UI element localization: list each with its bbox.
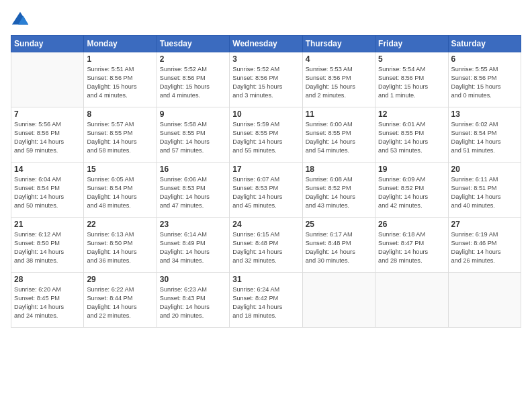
day-info: Sunrise: 6:15 AM Sunset: 8:48 PM Dayligh…	[232, 230, 299, 265]
day-info: Sunrise: 6:04 AM Sunset: 8:54 PM Dayligh…	[14, 175, 81, 210]
week-row-4: 28Sunrise: 6:20 AM Sunset: 8:45 PM Dayli…	[11, 273, 521, 328]
day-number: 24	[232, 220, 299, 229]
day-number: 10	[232, 109, 299, 119]
calendar-cell: 22Sunrise: 6:13 AM Sunset: 8:50 PM Dayli…	[84, 218, 157, 273]
calendar-cell: 9Sunrise: 5:58 AM Sunset: 8:55 PM Daylig…	[157, 107, 229, 163]
day-info: Sunrise: 6:20 AM Sunset: 8:45 PM Dayligh…	[14, 285, 81, 320]
calendar-header-row: SundayMondayTuesdayWednesdayThursdayFrid…	[11, 36, 521, 52]
main-container: SundayMondayTuesdayWednesdayThursdayFrid…	[0, 0, 532, 333]
day-number: 28	[14, 275, 81, 284]
day-number: 9	[160, 109, 226, 119]
day-number: 16	[160, 165, 226, 174]
day-number: 25	[306, 220, 372, 229]
header	[11, 11, 521, 30]
day-info: Sunrise: 6:06 AM Sunset: 8:53 PM Dayligh…	[160, 175, 226, 210]
calendar-cell: 10Sunrise: 5:59 AM Sunset: 8:55 PM Dayli…	[230, 107, 302, 163]
col-header-thursday: Thursday	[302, 36, 375, 52]
day-number: 20	[451, 165, 518, 174]
calendar-cell: 6Sunrise: 5:55 AM Sunset: 8:56 PM Daylig…	[448, 52, 521, 107]
week-row-3: 21Sunrise: 6:12 AM Sunset: 8:50 PM Dayli…	[11, 218, 521, 273]
calendar-cell: 7Sunrise: 5:56 AM Sunset: 8:56 PM Daylig…	[11, 107, 84, 163]
col-header-saturday: Saturday	[448, 36, 521, 52]
calendar-cell: 31Sunrise: 6:24 AM Sunset: 8:42 PM Dayli…	[230, 273, 302, 328]
day-number: 2	[160, 54, 226, 64]
logo-icon	[11, 11, 30, 30]
calendar-cell: 1Sunrise: 5:51 AM Sunset: 8:56 PM Daylig…	[84, 52, 157, 107]
calendar-cell: 8Sunrise: 5:57 AM Sunset: 8:55 PM Daylig…	[84, 107, 157, 163]
day-info: Sunrise: 6:18 AM Sunset: 8:47 PM Dayligh…	[378, 230, 445, 265]
calendar-cell: 29Sunrise: 6:22 AM Sunset: 8:44 PM Dayli…	[84, 273, 157, 328]
calendar-cell: 15Sunrise: 6:05 AM Sunset: 8:54 PM Dayli…	[84, 163, 157, 218]
day-info: Sunrise: 6:14 AM Sunset: 8:49 PM Dayligh…	[160, 230, 226, 265]
calendar-cell: 19Sunrise: 6:09 AM Sunset: 8:52 PM Dayli…	[375, 163, 448, 218]
day-info: Sunrise: 6:19 AM Sunset: 8:46 PM Dayligh…	[451, 230, 518, 265]
calendar-cell: 18Sunrise: 6:08 AM Sunset: 8:52 PM Dayli…	[302, 163, 375, 218]
day-number: 31	[232, 275, 299, 284]
day-info: Sunrise: 6:17 AM Sunset: 8:48 PM Dayligh…	[306, 230, 372, 265]
day-number: 11	[306, 109, 372, 119]
col-header-wednesday: Wednesday	[230, 36, 302, 52]
day-info: Sunrise: 6:23 AM Sunset: 8:43 PM Dayligh…	[160, 285, 226, 320]
day-number: 22	[87, 220, 153, 229]
day-number: 30	[160, 275, 226, 284]
day-number: 12	[378, 109, 445, 119]
week-row-0: 1Sunrise: 5:51 AM Sunset: 8:56 PM Daylig…	[11, 52, 521, 107]
logo	[11, 11, 32, 30]
calendar-cell: 23Sunrise: 6:14 AM Sunset: 8:49 PM Dayli…	[157, 218, 229, 273]
calendar-cell: 30Sunrise: 6:23 AM Sunset: 8:43 PM Dayli…	[157, 273, 229, 328]
calendar-cell	[11, 52, 84, 107]
calendar-cell: 11Sunrise: 6:00 AM Sunset: 8:55 PM Dayli…	[302, 107, 375, 163]
col-header-friday: Friday	[375, 36, 448, 52]
col-header-sunday: Sunday	[11, 36, 84, 52]
day-info: Sunrise: 5:52 AM Sunset: 8:56 PM Dayligh…	[160, 65, 226, 100]
day-info: Sunrise: 6:08 AM Sunset: 8:52 PM Dayligh…	[306, 175, 372, 210]
calendar-cell: 17Sunrise: 6:07 AM Sunset: 8:53 PM Dayli…	[230, 163, 302, 218]
day-number: 29	[87, 275, 153, 284]
day-number: 6	[451, 54, 518, 64]
day-info: Sunrise: 5:56 AM Sunset: 8:56 PM Dayligh…	[14, 120, 81, 155]
calendar-cell	[375, 273, 448, 328]
col-header-tuesday: Tuesday	[157, 36, 229, 52]
day-info: Sunrise: 6:01 AM Sunset: 8:55 PM Dayligh…	[378, 120, 445, 155]
day-info: Sunrise: 6:05 AM Sunset: 8:54 PM Dayligh…	[87, 175, 153, 210]
day-number: 18	[306, 165, 372, 174]
day-info: Sunrise: 6:00 AM Sunset: 8:55 PM Dayligh…	[306, 120, 372, 155]
day-info: Sunrise: 6:09 AM Sunset: 8:52 PM Dayligh…	[378, 175, 445, 210]
day-info: Sunrise: 5:57 AM Sunset: 8:55 PM Dayligh…	[87, 120, 153, 155]
day-number: 23	[160, 220, 226, 229]
col-header-monday: Monday	[84, 36, 157, 52]
calendar-cell: 2Sunrise: 5:52 AM Sunset: 8:56 PM Daylig…	[157, 52, 229, 107]
calendar-cell: 26Sunrise: 6:18 AM Sunset: 8:47 PM Dayli…	[375, 218, 448, 273]
day-number: 5	[378, 54, 445, 64]
day-info: Sunrise: 6:22 AM Sunset: 8:44 PM Dayligh…	[87, 285, 153, 320]
calendar-cell: 20Sunrise: 6:11 AM Sunset: 8:51 PM Dayli…	[448, 163, 521, 218]
day-number: 17	[232, 165, 299, 174]
calendar-cell: 5Sunrise: 5:54 AM Sunset: 8:56 PM Daylig…	[375, 52, 448, 107]
week-row-2: 14Sunrise: 6:04 AM Sunset: 8:54 PM Dayli…	[11, 163, 521, 218]
day-number: 7	[14, 109, 81, 119]
day-number: 26	[378, 220, 445, 229]
day-info: Sunrise: 6:13 AM Sunset: 8:50 PM Dayligh…	[87, 230, 153, 265]
day-info: Sunrise: 6:07 AM Sunset: 8:53 PM Dayligh…	[232, 175, 299, 210]
day-number: 13	[451, 109, 518, 119]
calendar-cell: 3Sunrise: 5:52 AM Sunset: 8:56 PM Daylig…	[230, 52, 302, 107]
day-info: Sunrise: 5:55 AM Sunset: 8:56 PM Dayligh…	[451, 65, 518, 100]
day-info: Sunrise: 5:59 AM Sunset: 8:55 PM Dayligh…	[232, 120, 299, 155]
calendar-cell: 27Sunrise: 6:19 AM Sunset: 8:46 PM Dayli…	[448, 218, 521, 273]
day-number: 19	[378, 165, 445, 174]
day-info: Sunrise: 6:12 AM Sunset: 8:50 PM Dayligh…	[14, 230, 81, 265]
calendar-cell: 4Sunrise: 5:53 AM Sunset: 8:56 PM Daylig…	[302, 52, 375, 107]
day-number: 15	[87, 165, 153, 174]
day-number: 4	[306, 54, 372, 64]
calendar-cell	[448, 273, 521, 328]
day-info: Sunrise: 5:51 AM Sunset: 8:56 PM Dayligh…	[87, 65, 153, 100]
calendar-table: SundayMondayTuesdayWednesdayThursdayFrid…	[11, 35, 521, 328]
day-info: Sunrise: 6:11 AM Sunset: 8:51 PM Dayligh…	[451, 175, 518, 210]
week-row-1: 7Sunrise: 5:56 AM Sunset: 8:56 PM Daylig…	[11, 107, 521, 163]
calendar-cell: 21Sunrise: 6:12 AM Sunset: 8:50 PM Dayli…	[11, 218, 84, 273]
day-info: Sunrise: 6:02 AM Sunset: 8:54 PM Dayligh…	[451, 120, 518, 155]
calendar-cell	[302, 273, 375, 328]
day-info: Sunrise: 5:58 AM Sunset: 8:55 PM Dayligh…	[160, 120, 226, 155]
day-info: Sunrise: 5:54 AM Sunset: 8:56 PM Dayligh…	[378, 65, 445, 100]
calendar-cell: 12Sunrise: 6:01 AM Sunset: 8:55 PM Dayli…	[375, 107, 448, 163]
